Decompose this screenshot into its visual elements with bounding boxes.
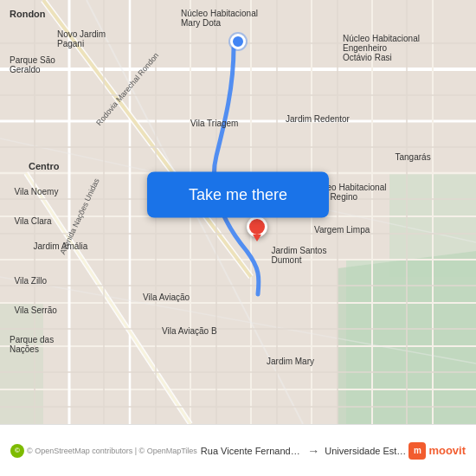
map-container: Rondon Novo JardimPagani Parque SãoGeral… — [0, 0, 476, 424]
osm-credit-text: © OpenStreetMap contributors | © OpenMap… — [27, 447, 197, 455]
bottom-bar: © © OpenStreetMap contributors | © OpenM… — [0, 424, 476, 476]
route-info: Rua Vicente Fernandes Sa... → Universida… — [201, 444, 409, 458]
moovit-text: moovit — [428, 444, 466, 457]
moovit-icon: m — [408, 442, 426, 460]
route-from-text: Rua Vicente Fernandes Sa... — [201, 446, 302, 456]
osm-circle-icon: © — [10, 444, 24, 458]
osm-credit: © © OpenStreetMap contributors | © OpenM… — [10, 444, 197, 458]
route-to-text: Universidade Estadua... — [325, 446, 408, 456]
moovit-logo: m moovit — [408, 442, 466, 460]
origin-dot — [230, 34, 246, 49]
take-me-there-button[interactable]: Take me there — [147, 172, 329, 218]
svg-rect-3 — [0, 303, 43, 424]
route-arrow-icon: → — [307, 444, 319, 458]
destination-pin — [247, 216, 267, 237]
